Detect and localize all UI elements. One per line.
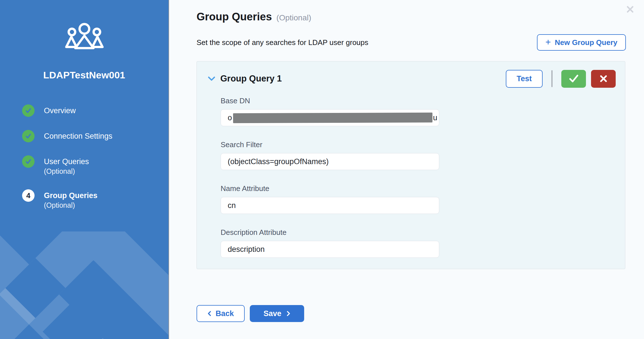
step-number-badge: 4 [22, 189, 35, 202]
group-query-card: Group Query 1 Test [197, 61, 625, 269]
wizard-steps: Overview Connection Settings [0, 104, 169, 223]
sidebar-step-user-queries[interactable]: User Queries (Optional) [22, 155, 169, 176]
save-button[interactable]: Save [250, 305, 304, 322]
base-dn-visible-suffix: u [433, 113, 437, 122]
page-title-optional: (Optional) [276, 13, 311, 22]
connection-name: LDAPTestNew001 [43, 70, 125, 81]
base-dn-visible-prefix: o [228, 113, 232, 122]
search-filter-field[interactable] [221, 153, 439, 170]
close-icon[interactable] [626, 5, 635, 14]
group-query-title: Group Query 1 [220, 74, 282, 84]
step-optional-tag: (Optional) [44, 167, 75, 175]
description-attribute-label: Description Attribute [221, 228, 625, 237]
brand-watermark-icon [0, 231, 169, 339]
search-filter-label: Search Filter [221, 140, 625, 149]
step-label: Group Queries [44, 191, 97, 200]
back-button[interactable]: Back [197, 305, 245, 322]
x-icon [600, 75, 607, 83]
page-subtitle: Set the scope of any searches for LDAP u… [197, 38, 368, 47]
step-optional-tag: (Optional) [44, 201, 75, 209]
step-label: Overview [44, 106, 76, 115]
base-dn-field[interactable]: o u [221, 109, 439, 126]
test-button[interactable]: Test [506, 70, 543, 88]
check-icon [568, 74, 579, 83]
page-title: Group Queries [197, 11, 272, 23]
chevron-down-icon[interactable] [208, 76, 215, 81]
step-label: User Queries [44, 157, 89, 166]
step-complete-icon [22, 104, 35, 117]
sidebar-step-overview[interactable]: Overview [22, 104, 169, 117]
group-people-icon [65, 22, 104, 52]
sidebar-step-connection-settings[interactable]: Connection Settings [22, 130, 169, 142]
page-header: Group Queries (Optional) [197, 11, 626, 23]
sidebar: LDAPTestNew001 Overview Connection S [0, 0, 169, 339]
step-complete-icon [22, 130, 35, 142]
delete-button[interactable] [591, 70, 616, 88]
new-group-query-button[interactable]: + New Group Query [537, 34, 626, 51]
save-label: Save [263, 309, 281, 318]
name-attribute-label: Name Attribute [221, 184, 625, 193]
back-label: Back [216, 309, 234, 318]
description-attribute-field[interactable] [221, 241, 439, 258]
plus-icon: + [545, 37, 551, 47]
name-attribute-field[interactable] [221, 197, 439, 214]
main-panel: Group Queries (Optional) Set the scope o… [169, 0, 644, 339]
base-dn-label: Base DN [221, 96, 625, 105]
step-label: Connection Settings [44, 132, 112, 140]
redaction-bar [233, 112, 432, 123]
ldap-setup-modal: LDAPTestNew001 Overview Connection S [0, 0, 644, 339]
button-divider [551, 70, 553, 87]
new-group-query-label: New Group Query [555, 38, 617, 47]
chevron-left-icon [207, 311, 211, 316]
wizard-footer: Back Save [197, 305, 626, 322]
chevron-right-icon [287, 311, 291, 316]
confirm-button[interactable] [561, 70, 586, 88]
group-query-form: Base DN o u Search Filter Name Attribute [197, 96, 625, 258]
step-complete-icon [22, 155, 35, 168]
sidebar-step-group-queries[interactable]: 4 Group Queries (Optional) [22, 189, 169, 210]
